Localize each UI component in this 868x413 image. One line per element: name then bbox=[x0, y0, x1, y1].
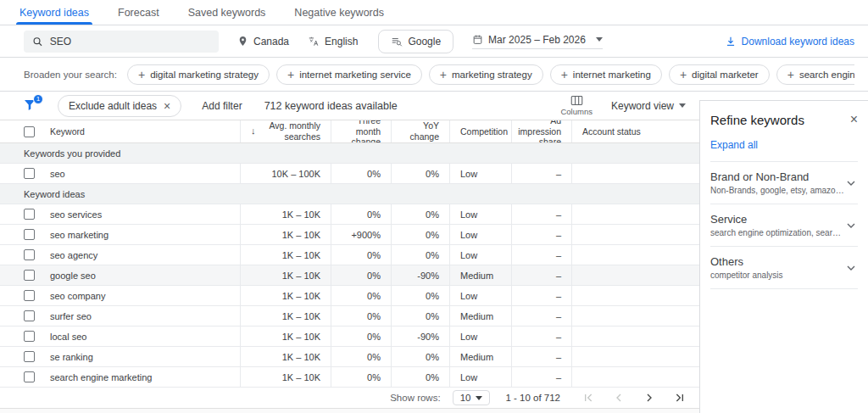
table-header-row: Keyword↓Avg. monthly searchesThree month… bbox=[0, 120, 699, 143]
row-checkbox[interactable] bbox=[24, 310, 35, 321]
broaden-search-row: Broaden your search: +digital marketing … bbox=[0, 58, 868, 92]
active-filter-label: Exclude adult ideas bbox=[69, 100, 157, 112]
refine-section-brand-or-non-brand[interactable]: Brand or Non-BrandNon-Brands, google, et… bbox=[710, 161, 858, 204]
account-status-cell bbox=[572, 306, 699, 326]
broaden-chip-label: internet marketing service bbox=[299, 70, 411, 80]
tab-keyword-ideas[interactable]: Keyword ideas bbox=[11, 0, 97, 25]
avg-monthly-searches-cell: 10K – 100K bbox=[241, 164, 331, 183]
competition-cell: Medium bbox=[450, 347, 512, 366]
yoy-change-cell: 0% bbox=[392, 306, 450, 326]
page-size-value: 10 bbox=[460, 393, 471, 403]
select-all-checkbox[interactable] bbox=[24, 126, 35, 137]
broaden-chip-label: digital marketing strategy bbox=[150, 70, 259, 80]
filter-count-badge: 1 bbox=[33, 94, 43, 104]
search-input[interactable] bbox=[50, 36, 210, 47]
keyword-cell: google seo bbox=[0, 265, 241, 285]
yoy-change-cell: 0% bbox=[392, 225, 450, 244]
column-header-keyword[interactable]: Keyword bbox=[0, 120, 241, 142]
table-row[interactable]: local seo1K – 10K0%-90%Low– bbox=[0, 326, 699, 347]
keyword-cell: se ranking bbox=[0, 347, 241, 366]
broaden-chip[interactable]: +digital marketing strategy bbox=[127, 64, 270, 85]
row-checkbox[interactable] bbox=[24, 351, 35, 362]
columns-button[interactable]: Columns bbox=[560, 95, 593, 116]
yoy-change-cell: 0% bbox=[392, 286, 450, 305]
row-checkbox[interactable] bbox=[24, 371, 35, 382]
columns-icon bbox=[570, 95, 583, 106]
yoy-change-cell: 0% bbox=[392, 347, 450, 366]
broaden-chip-label: search engine marketing bbox=[799, 70, 854, 80]
column-header-ad-impression-share[interactable]: Ad impression share bbox=[512, 120, 572, 142]
avg-monthly-searches-cell: 1K – 10K bbox=[241, 347, 331, 366]
page-size-select[interactable]: 10 bbox=[453, 390, 491, 405]
location-selector[interactable]: Canada bbox=[237, 36, 289, 47]
row-checkbox[interactable] bbox=[24, 331, 35, 342]
ad-impression-share-cell: – bbox=[512, 286, 572, 305]
filter-funnel-button[interactable]: 1 bbox=[22, 98, 39, 114]
avg-monthly-searches-cell: 1K – 10K bbox=[241, 286, 331, 305]
keyword-search-box[interactable] bbox=[24, 31, 219, 53]
broaden-chip[interactable]: +search engine marketing bbox=[776, 64, 854, 85]
download-keyword-ideas-button[interactable]: Download keyword ideas bbox=[725, 36, 854, 47]
row-checkbox[interactable] bbox=[24, 168, 35, 179]
table-row[interactable]: surfer seo1K – 10K0%0%Medium– bbox=[0, 306, 699, 326]
first-page-button[interactable] bbox=[577, 389, 599, 406]
account-status-cell bbox=[572, 245, 699, 265]
tab-forecast[interactable]: Forecast bbox=[109, 0, 168, 25]
broaden-chip[interactable]: +internet marketing service bbox=[276, 64, 422, 85]
last-page-button[interactable] bbox=[669, 389, 691, 406]
competition-cell: Medium bbox=[450, 265, 512, 285]
yoy-change-cell: -90% bbox=[392, 265, 450, 285]
table-row[interactable]: google seo1K – 10K0%-90%Medium– bbox=[0, 265, 699, 286]
column-header-three-month-change[interactable]: Three month change bbox=[331, 120, 392, 142]
row-checkbox[interactable] bbox=[24, 209, 35, 220]
tabs-bar: Keyword ideasForecastSaved keywordsNegat… bbox=[0, 0, 868, 25]
expand-all-button[interactable]: Expand all bbox=[710, 139, 858, 151]
tab-negative-keywords[interactable]: Negative keywords bbox=[286, 0, 392, 25]
language-selector[interactable]: English bbox=[308, 36, 358, 47]
broaden-chip[interactable]: +internet marketing bbox=[550, 64, 662, 85]
yoy-change-cell: -90% bbox=[392, 326, 450, 346]
row-checkbox[interactable] bbox=[24, 290, 35, 301]
pagination-bar: Show rows: 10 1 - 10 of 712 bbox=[0, 388, 699, 408]
table-row[interactable]: seo marketing1K – 10K+900%0%Low– bbox=[0, 225, 699, 245]
column-header-account-status[interactable]: Account status bbox=[572, 120, 699, 142]
remove-filter-icon[interactable]: × bbox=[164, 100, 170, 112]
table-row[interactable]: search engine marketing1K – 10K0%0%Low– bbox=[0, 367, 699, 388]
close-icon[interactable]: × bbox=[850, 113, 858, 126]
refine-keywords-panel: Refine keywords × Expand all Brand or No… bbox=[699, 100, 868, 413]
refine-section-service[interactable]: Servicesearch engine optimization, searc… bbox=[710, 204, 858, 246]
table-row[interactable]: seo10K – 100K0%0%Low– bbox=[0, 164, 699, 184]
table-row[interactable]: seo agency1K – 10K0%0%Low– bbox=[0, 245, 699, 265]
broaden-chip[interactable]: +marketing strategy bbox=[429, 64, 543, 85]
table-row[interactable]: se ranking1K – 10K0%0%Medium– bbox=[0, 347, 699, 367]
active-filter-chip[interactable]: Exclude adult ideas × bbox=[58, 95, 181, 117]
ad-impression-share-cell: – bbox=[512, 265, 572, 285]
yoy-change-cell: 0% bbox=[392, 164, 450, 183]
competition-cell: Medium bbox=[450, 306, 512, 326]
network-selector[interactable]: Google bbox=[378, 30, 453, 53]
table-row[interactable]: seo services1K – 10K0%0%Low– bbox=[0, 204, 699, 225]
add-filter-button[interactable]: Add filter bbox=[202, 100, 242, 112]
row-checkbox[interactable] bbox=[24, 229, 35, 240]
search-icon bbox=[32, 36, 43, 47]
broaden-chip[interactable]: +digital marketer bbox=[669, 64, 770, 85]
refine-section-subtitle: Non-Brands, google, etsy, amazon, baidu bbox=[710, 186, 844, 195]
next-page-button[interactable] bbox=[638, 389, 660, 406]
previous-page-button[interactable] bbox=[608, 389, 630, 406]
yoy-change-cell: 0% bbox=[392, 204, 450, 224]
tab-saved-keywords[interactable]: Saved keywords bbox=[180, 0, 275, 25]
refine-section-others[interactable]: Otherscompetitor analysis bbox=[710, 246, 858, 289]
refine-section-title: Brand or Non-Brand bbox=[710, 170, 844, 183]
keyword-view-dropdown[interactable]: Keyword view bbox=[611, 100, 686, 112]
row-checkbox[interactable] bbox=[24, 270, 35, 281]
avg-monthly-searches-cell: 1K – 10K bbox=[241, 225, 331, 244]
column-header-avg-monthly-searches[interactable]: ↓Avg. monthly searches bbox=[241, 120, 331, 142]
column-header-label: Ad impression share bbox=[518, 120, 561, 142]
row-checkbox[interactable] bbox=[24, 249, 35, 260]
refine-panel-title: Refine keywords bbox=[710, 113, 804, 127]
table-row[interactable]: seo company1K – 10K0%0%Low– bbox=[0, 286, 699, 306]
column-header-yoy-change[interactable]: YoY change bbox=[392, 120, 450, 142]
keyword-ideas-count: 712 keyword ideas available bbox=[264, 100, 398, 112]
date-range-selector[interactable]: Mar 2025 – Feb 2026 bbox=[472, 34, 603, 49]
column-header-competition[interactable]: Competition bbox=[450, 120, 512, 142]
